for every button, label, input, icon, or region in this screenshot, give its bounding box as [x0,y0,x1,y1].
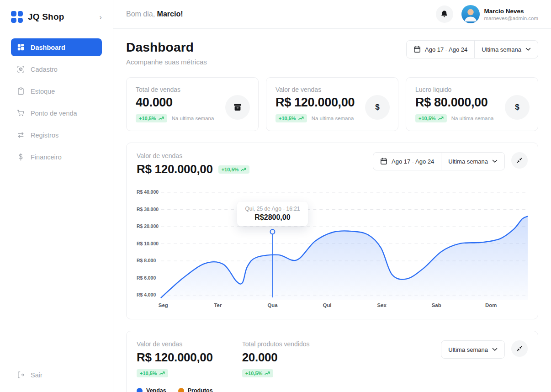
svg-text:R$ 20.000: R$ 20.000 [137,224,159,229]
stat-icon-circle: $ [505,95,530,120]
calendar-icon [380,158,387,165]
growth-badge-value: +10,5% [419,116,436,121]
avatar [461,5,480,23]
sidebar-item-financeiro[interactable]: Financeiro [11,148,102,166]
jq-shop-logo-icon [11,11,23,23]
topbar: Bom dia, Marcio! [113,0,551,29]
page-head: Dashboard Acompanhe suas métricas Ago 17… [126,40,538,66]
collapse-panel-button[interactable] [511,340,528,357]
metric-value: 20.000 [242,350,278,365]
sales-chart-svg[interactable]: R$ 40.000R$ 30.000R$ 20.000R$ 10.000R$ 8… [137,186,528,310]
sidebar-item-ponto-de-venda[interactable]: Ponto de venda [11,104,102,122]
tooltip-date: Qui, 25 de Ago - 16:21 [245,206,300,212]
sidebar-item-registros[interactable]: Registros [11,126,102,144]
legend-dot-vendas [137,388,143,392]
collapse-icon [516,157,523,164]
growth-badge-value: +10,5% [222,167,239,172]
sidebar-item-label: Registros [31,132,58,139]
sidebar-item-cadastro[interactable]: Cadastro [11,60,102,78]
calendar-icon [413,46,421,53]
user-menu[interactable]: Marcio Neves marneves@admin.com [461,5,538,23]
svg-text:Qui: Qui [323,302,332,308]
date-range-button[interactable]: Ago 17 - Ago 24 [407,41,474,58]
trend-up-icon [159,116,164,121]
trend-up-icon [241,167,246,172]
collapse-chart-button[interactable] [511,152,528,169]
date-range-label: Ago 17 - Ago 24 [392,158,434,165]
svg-text:R$ 8.000: R$ 8.000 [137,258,156,263]
legend-dot-produtos [178,388,184,392]
stat-card-total-vendas: Total de vendas 40.000 +10,5% Na ultima … [126,77,259,131]
svg-text:R$ 30.000: R$ 30.000 [137,207,159,212]
sidebar-item-dashboard[interactable]: Dashboard [11,38,102,56]
page-title-block: Dashboard Acompanhe suas métricas [126,40,207,66]
sales-chart: R$ 40.000R$ 30.000R$ 20.000R$ 10.000R$ 8… [137,186,528,310]
svg-text:Ter: Ter [214,302,222,308]
cart-icon [16,109,25,117]
period-label: Ultima semana [482,46,521,53]
archive-box-icon [233,103,243,112]
sidebar-nav: Dashboard Cadastro Estoque [0,38,113,166]
period-select[interactable]: Ultima semana [474,41,538,58]
brand-name: JQ Shop [28,12,64,22]
sales-metric: Valor de vendas R$ 120.000,00 +10,5% [137,152,249,176]
metric-value: R$ 120.000,00 [137,162,213,176]
app-window: JQ Shop › Dashboard Cadastro [0,0,551,392]
user-email: marneves@admin.com [484,16,538,21]
dashboard-icon [16,43,25,52]
date-filter: Ago 17 - Ago 24 Ultima semana [406,40,538,58]
legend-item-produtos: Produtos [178,387,213,392]
sidebar-item-label: Financeiro [31,154,62,161]
svg-text:Dom: Dom [485,302,497,308]
trend-up-icon [159,371,165,376]
date-range-button[interactable]: Ago 17 - Ago 24 [373,153,441,170]
trend-up-icon [438,116,444,121]
sidebar: JQ Shop › Dashboard Cadastro [0,0,113,392]
metric-total-produtos: Total produtos vendidos 20.000 +10,5% [242,340,310,377]
content: Dashboard Acompanhe suas métricas Ago 17… [113,29,551,392]
metric-value: R$ 120.000,00 [137,350,213,365]
cube-scan-icon [16,65,25,74]
sidebar-item-label: Dashboard [31,44,65,51]
sales-chart-panel: Valor de vendas R$ 120.000,00 +10,5% [126,143,538,319]
page-title: Dashboard [126,40,207,55]
stat-icon-circle [225,95,250,120]
sidebar-item-label: Ponto de venda [31,110,77,117]
chevron-down-icon [492,159,498,163]
stat-card-valor-vendas: Valor de vendas R$ 120.000,00 +10,5% Na … [266,77,398,131]
stat-icon-circle: $ [365,95,390,120]
clipboard-icon [16,87,25,95]
page-subtitle: Acompanhe suas métricas [126,58,207,66]
dollar-icon [16,153,25,161]
growth-badge-value: +10,5% [245,371,263,376]
stat-note: Na ultima semana [172,116,214,121]
chart-tooltip: Qui, 25 de Ago - 16:21 R$2800,00 [237,201,307,226]
dollar-icon: $ [375,103,379,112]
svg-text:R$ 10.000: R$ 10.000 [137,241,159,246]
topbar-right: Marcio Neves marneves@admin.com [436,5,538,23]
brand: JQ Shop › [0,8,113,38]
legend-label: Vendas [146,387,166,392]
avatar-photo [461,5,480,23]
stat-label: Lucro liquido [415,86,529,93]
sidebar-item-estoque[interactable]: Estoque [11,82,102,100]
svg-text:R$ 40.000: R$ 40.000 [137,190,159,195]
metric-valor-vendas: Valor de vendas R$ 120.000,00 +10,5% [137,340,213,377]
period-select[interactable]: Ultima semana [441,153,504,170]
sidebar-collapse-chevron-icon[interactable]: › [99,13,102,21]
svg-text:Qua: Qua [267,302,278,308]
period-select[interactable]: Ultima semana [441,341,504,358]
sidebar-item-sair[interactable]: Sair [0,371,113,379]
growth-badge: +10,5% [242,369,274,377]
growth-badge: +10,5% [218,165,250,174]
growth-badge: +10,5% [415,114,447,122]
growth-badge-value: +10,5% [140,371,157,376]
notifications-button[interactable] [436,5,453,23]
period-label: Ultima semana [448,158,488,165]
chart-legend: Vendas Produtos [137,387,528,392]
svg-text:Sex: Sex [377,302,387,308]
user-name: Marcio Neves [484,8,538,15]
metric-label: Total produtos vendidos [242,340,310,348]
sidebar-item-label: Estoque [31,88,55,95]
stat-label: Valor de vendas [276,86,389,93]
